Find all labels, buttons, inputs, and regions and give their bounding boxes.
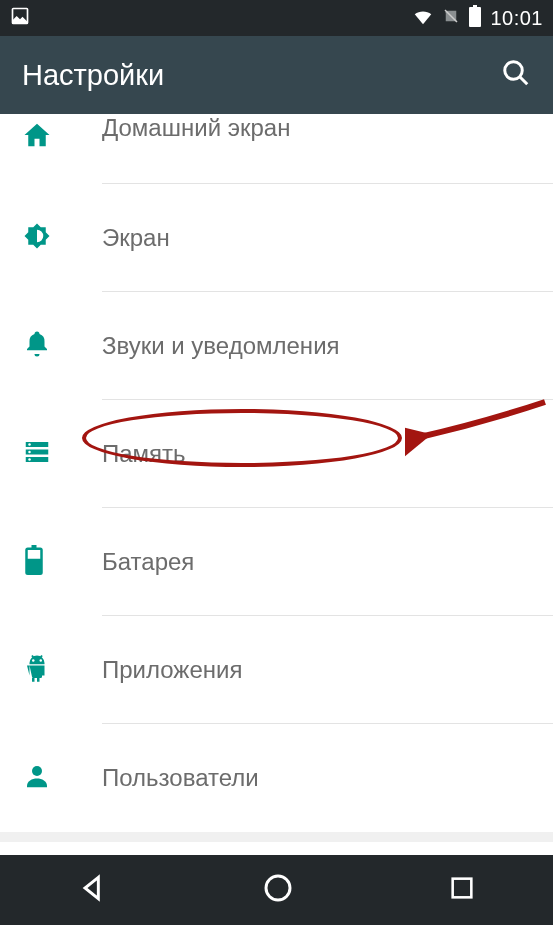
search-button[interactable] [501, 58, 531, 92]
nav-back-button[interactable] [77, 872, 109, 908]
battery-icon [22, 545, 46, 579]
picture-icon [10, 6, 30, 31]
settings-item-label: Звуки и уведомления [102, 332, 340, 360]
brightness-icon [22, 221, 52, 255]
svg-point-20 [266, 876, 290, 900]
nav-recent-button[interactable] [448, 874, 476, 906]
wifi-icon [412, 5, 434, 32]
android-icon [22, 653, 52, 687]
person-icon [22, 761, 52, 795]
settings-item-label: Пользователи [102, 764, 259, 792]
home-icon [22, 120, 52, 154]
settings-item-home-screen[interactable]: Домашний экран [0, 114, 553, 184]
svg-point-16 [40, 659, 43, 662]
svg-point-10 [28, 451, 31, 454]
svg-line-5 [520, 77, 528, 85]
battery-icon [468, 5, 482, 32]
status-time: 10:01 [490, 7, 543, 30]
settings-item-label: Экран [102, 224, 170, 252]
settings-item-label: Домашний экран [102, 114, 290, 142]
settings-item-apps[interactable]: Приложения [0, 616, 553, 724]
status-bar: 10:01 [0, 0, 553, 36]
svg-point-11 [28, 458, 31, 461]
page-title: Настройки [22, 59, 164, 92]
settings-item-label: Приложения [102, 656, 242, 684]
no-sim-icon [442, 6, 460, 31]
section-header-personal: Личные данные [0, 832, 553, 855]
settings-item-label: Батарея [102, 548, 194, 576]
bell-icon [22, 329, 52, 363]
settings-list: Домашний экран Экран Звуки и уведомления… [0, 114, 553, 855]
settings-item-storage[interactable]: Память [0, 400, 553, 508]
settings-item-display[interactable]: Экран [0, 184, 553, 292]
storage-icon [22, 437, 52, 471]
svg-rect-2 [469, 7, 481, 27]
settings-item-sound-notifications[interactable]: Звуки и уведомления [0, 292, 553, 400]
settings-item-label: Память [102, 440, 186, 468]
svg-point-15 [32, 659, 35, 662]
app-bar: Настройки [0, 36, 553, 114]
svg-rect-21 [453, 879, 472, 898]
svg-point-19 [32, 766, 42, 776]
svg-point-9 [28, 443, 31, 446]
svg-rect-3 [473, 5, 477, 8]
svg-rect-13 [32, 545, 37, 549]
nav-home-button[interactable] [262, 872, 294, 908]
settings-item-battery[interactable]: Батарея [0, 508, 553, 616]
settings-item-users[interactable]: Пользователи [0, 724, 553, 832]
svg-rect-14 [27, 559, 42, 574]
svg-point-4 [505, 62, 523, 80]
navigation-bar [0, 855, 553, 925]
